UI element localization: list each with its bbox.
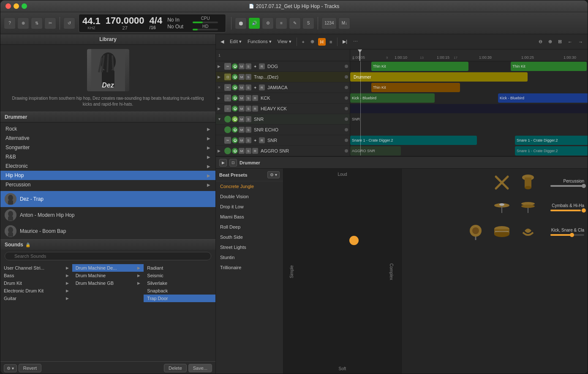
beat-preset-double[interactable]: Double Vision [216, 191, 283, 202]
track-expand-snr[interactable]: ▼ [218, 117, 223, 121]
beat-preset-roll[interactable]: Roll Deep [216, 222, 283, 232]
drummer-editor-toggle-btn[interactable]: ▶ [219, 159, 227, 167]
track-power-kck[interactable]: ⏻ [232, 95, 238, 101]
track-s-kck[interactable]: S [245, 95, 251, 101]
track-power-dog[interactable]: ⏻ [232, 63, 238, 69]
track-m-heavy[interactable]: M [239, 106, 245, 112]
clip-dog-1[interactable]: Thin Kit [371, 62, 468, 71]
h-button[interactable]: H [318, 38, 326, 46]
beat-presets-settings-button[interactable]: ⚙ ▾ [267, 171, 280, 178]
bpm-display[interactable]: 170.0000 27 [106, 16, 144, 30]
track-m-jamiaca[interactable]: M [239, 85, 245, 90]
sounds-item-seismic[interactable]: Seismic [144, 272, 215, 279]
track-s-heavy[interactable]: S [245, 106, 251, 112]
track-row-heavy-kck[interactable]: ▶ ○ ⏻ M S R HEAVY KCK [216, 104, 350, 114]
track-power-snrecho[interactable]: ⏻ [232, 127, 238, 133]
track-row-snr2[interactable]: ✂ ⏻ M S ✦ R SNR [216, 135, 350, 146]
transport-display[interactable]: 44.1 KHZ 170.0000 27 4/4 /16 No In No Ou… [79, 14, 226, 33]
kick-slider-thumb[interactable] [570, 233, 574, 237]
track-expand-heavy[interactable]: ▶ [218, 106, 223, 111]
drummer-preset-maurice[interactable]: Maurice - Boom Bap [0, 223, 215, 239]
percussion-slider[interactable] [550, 185, 584, 187]
fit-button[interactable]: ⊞ [556, 38, 564, 46]
drummer-xy-pad[interactable]: Loud Soft Simple Complex [283, 169, 402, 374]
notes-button[interactable]: ≡ [327, 38, 334, 46]
record-button[interactable]: ⏺ [235, 17, 247, 29]
snap-button[interactable]: ▶| [340, 38, 349, 46]
sounds-item-silverlake[interactable]: Silverlake [144, 279, 215, 287]
cymbals-slider-thumb[interactable] [582, 208, 586, 213]
gear-menu-button[interactable]: ⚙ ▾ [4, 364, 17, 372]
track-power-snr[interactable]: ⏻ [232, 116, 238, 122]
beat-preset-trillion[interactable]: Trillionaire [216, 262, 283, 273]
track-expand-snr2[interactable] [218, 138, 223, 142]
clip-dog-2[interactable]: Thin Kit [511, 62, 587, 71]
track-r-heavy[interactable]: R [252, 106, 258, 112]
track-m-snrecho[interactable]: M [239, 127, 245, 133]
track-row-jamiaca[interactable]: ✕ ✂ ⏻ M S ✦ R JAMIACA [216, 82, 350, 93]
track-s-trap[interactable]: S [245, 74, 251, 80]
master-button[interactable]: M↓ [338, 17, 350, 29]
view-menu-button[interactable]: View ▾ [275, 38, 294, 46]
track-r-snr2[interactable]: R [259, 137, 265, 143]
clip-kck-1[interactable]: Kick - Bluebird [350, 93, 435, 103]
metronome-button[interactable]: ⊕ [17, 17, 29, 29]
collapse-button[interactable]: ◀ [218, 38, 226, 46]
track-row-trap[interactable]: ▶ ⊡ ⏻ M S Trap...(Dez) [216, 72, 350, 82]
drummer-preset-anton[interactable]: Anton - Modern Hip Hop [0, 207, 215, 223]
sounds-item-electronic-drum[interactable]: Electronic Drum Kit ▶ [0, 287, 72, 295]
timeline-scroll-area[interactable]: 1:00:05 1:00:10 1:00:15 1:00:20 1:00:25 … [350, 49, 588, 156]
track-row-aggro[interactable]: ▶ ⏻ M S R AGGRO SNR [216, 146, 350, 156]
delete-button[interactable]: Delete [164, 364, 187, 372]
sounds-item-drum-machine-de[interactable]: Drum Machine De... ▶ [72, 264, 144, 272]
genre-item-randb[interactable]: R&B ▶ [0, 152, 215, 161]
track-row-snr-echo[interactable]: ⏻ M S SNR ECHO [216, 125, 350, 135]
sounds-item-radiant[interactable]: Radiant [144, 264, 215, 272]
clip-snr2-1[interactable]: Snare 1 - Crate Digger.2 [350, 136, 477, 145]
track-s-snr2[interactable]: S [245, 137, 251, 143]
mixer-button[interactable]: ≡ [275, 17, 287, 29]
score-button[interactable]: S [302, 17, 314, 29]
xy-dot[interactable] [349, 236, 359, 245]
track-m-kck[interactable]: M [239, 95, 245, 101]
smart-controls-button[interactable]: ⚙ [262, 17, 274, 29]
sounds-item-drum-machine[interactable]: Drum Machine ▶ [72, 272, 144, 279]
speaker-button[interactable]: 🔊 [248, 17, 260, 29]
track-expand-trap[interactable]: ▶ [218, 75, 223, 79]
track-row-snr[interactable]: ▼ ⏻ M S SNR [216, 114, 350, 125]
beat-preset-miami[interactable]: Miami Bass [216, 212, 283, 222]
genre-item-electronic[interactable]: Electronic ▶ [0, 161, 215, 171]
genre-item-percussion[interactable]: Percussion ▶ [0, 180, 215, 189]
mode-button[interactable]: ⋯ [351, 38, 360, 46]
track-r-aggro[interactable]: R [252, 148, 258, 154]
track-m-aggro[interactable]: M [239, 148, 245, 154]
genre-item-hiphop[interactable]: Hip Hop ▶ [0, 171, 215, 180]
clip-aggro-2[interactable]: Snare 1 - Crate Digger.2 [515, 146, 588, 156]
clip-kck-2[interactable]: Kick - Bluebird [498, 93, 588, 103]
track-power-snr2[interactable]: ⏻ [232, 137, 238, 143]
clip-snr2-2[interactable]: Snare 1 - Crate Digger.2 [515, 136, 588, 145]
track-power-heavy[interactable]: ⏻ [232, 106, 238, 112]
genre-item-rock[interactable]: Rock ▶ [0, 124, 215, 134]
clip-drummer[interactable]: Drummer [350, 72, 528, 82]
close-button[interactable] [5, 3, 11, 9]
zoom-out-button[interactable]: ⊖ [536, 38, 544, 46]
clip-aggro[interactable]: AGGRO SNR [350, 146, 401, 156]
track-s-snrecho[interactable]: S [245, 127, 251, 133]
track-row-dog[interactable]: ▶ ✂ ⏻ M S ✦ R DOG [216, 61, 350, 72]
save-button[interactable]: Save... [188, 364, 212, 372]
editors-button[interactable]: ✎ [289, 17, 301, 29]
track-s-dog[interactable]: S [245, 63, 251, 69]
track-m-dog[interactable]: M [239, 63, 245, 69]
refresh-button[interactable]: ↺ [63, 17, 75, 29]
track-r-dog[interactable]: R [259, 63, 265, 69]
track-power-aggro[interactable]: ⏻ [232, 148, 238, 154]
track-power-jamiaca[interactable]: ⏻ [232, 85, 238, 90]
edit-menu-button[interactable]: Edit ▾ [228, 38, 244, 46]
sounds-search-input[interactable] [5, 252, 211, 260]
track-r-jamiaca[interactable]: R [259, 85, 265, 90]
sounds-item-bass[interactable]: Bass ▶ [0, 272, 72, 279]
sounds-item-user-channel[interactable]: User Channel Stri... ▶ [0, 264, 72, 272]
track-expand-jamiaca[interactable]: ✕ [218, 85, 223, 90]
track-expand-kck[interactable]: ▶ [218, 96, 223, 100]
